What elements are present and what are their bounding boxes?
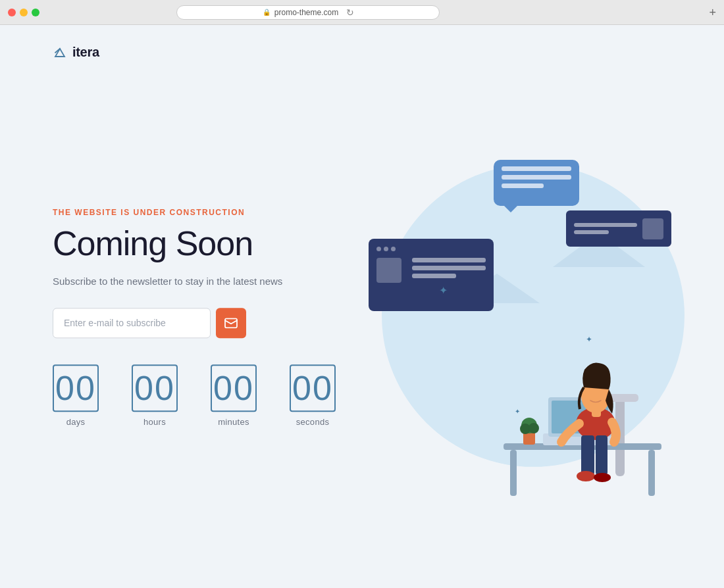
url-text: promo-theme.com	[274, 8, 338, 17]
logo: itera	[53, 45, 99, 60]
card-image-placeholder	[376, 258, 401, 283]
card-dots	[376, 247, 486, 251]
svg-point-12	[577, 471, 595, 481]
card-right-image	[642, 218, 663, 239]
logo-icon	[53, 47, 67, 58]
page-title: Coming Soon	[53, 225, 336, 262]
card-right-text	[574, 223, 637, 234]
new-tab-button[interactable]: +	[709, 7, 716, 18]
seconds-label: seconds	[296, 417, 330, 427]
illustration-area: ✦ ✦ ✦	[342, 25, 724, 588]
browser-chrome: 🔒 promo-theme.com ↻ +	[0, 0, 724, 25]
card-dot-3	[391, 247, 396, 251]
sparkle-1: ✦	[439, 284, 448, 297]
svg-rect-10	[581, 435, 594, 475]
countdown-days: 00 days	[53, 364, 99, 427]
ui-card-right	[566, 210, 671, 247]
hours-value: 00	[132, 364, 178, 412]
card-right-line-2	[574, 230, 609, 234]
card-text-lines	[412, 258, 486, 278]
address-bar[interactable]: 🔒 promo-theme.com ↻	[176, 5, 440, 20]
card-content	[376, 258, 486, 283]
lock-icon: 🔒	[263, 9, 271, 16]
chat-line-1	[502, 166, 571, 171]
close-button[interactable]	[8, 9, 16, 16]
card-right-line-1	[574, 223, 637, 227]
reload-icon[interactable]: ↻	[346, 7, 354, 18]
left-content: THE WEBSITE IS UNDER CONSTRUCTION Coming…	[53, 208, 336, 427]
traffic-lights	[8, 9, 39, 16]
card-line-1	[412, 258, 486, 262]
countdown-hours: 00 hours	[132, 364, 178, 427]
minutes-value: 00	[211, 364, 257, 412]
card-dot-1	[376, 247, 381, 251]
seconds-value: 00	[290, 364, 336, 412]
countdown: 00 days 00 hours 00 minutes 00 seconds	[53, 364, 336, 427]
minimize-button[interactable]	[20, 9, 28, 16]
svg-rect-5	[648, 450, 655, 496]
countdown-seconds: 00 seconds	[290, 364, 336, 427]
minutes-label: minutes	[218, 417, 249, 427]
card-line-2	[412, 266, 486, 270]
email-icon	[224, 318, 238, 328]
hours-label: hours	[143, 417, 166, 427]
svg-point-13	[594, 473, 611, 482]
days-label: days	[66, 417, 86, 427]
email-input[interactable]	[53, 308, 211, 338]
svg-rect-4	[510, 450, 517, 496]
logo-text: itera	[72, 45, 99, 60]
person-illustration	[464, 292, 688, 529]
card-line-3	[412, 274, 456, 278]
maximize-button[interactable]	[32, 9, 39, 16]
subscribe-button[interactable]	[216, 308, 246, 338]
card-dot-2	[384, 247, 388, 251]
page-subtitle: THE WEBSITE IS UNDER CONSTRUCTION	[53, 208, 336, 217]
days-value: 00	[53, 364, 99, 412]
countdown-minutes: 00 minutes	[211, 364, 257, 427]
svg-rect-11	[596, 435, 608, 475]
chat-line-3	[502, 184, 544, 188]
chat-line-2	[502, 175, 571, 180]
svg-point-19	[529, 423, 539, 433]
chat-bubble	[494, 160, 579, 206]
email-form	[53, 308, 336, 338]
page-description: Subscribe to the newsletter to stay in t…	[53, 274, 336, 289]
page-content: itera THE WEBSITE IS UNDER CONSTRUCTION …	[0, 25, 724, 588]
